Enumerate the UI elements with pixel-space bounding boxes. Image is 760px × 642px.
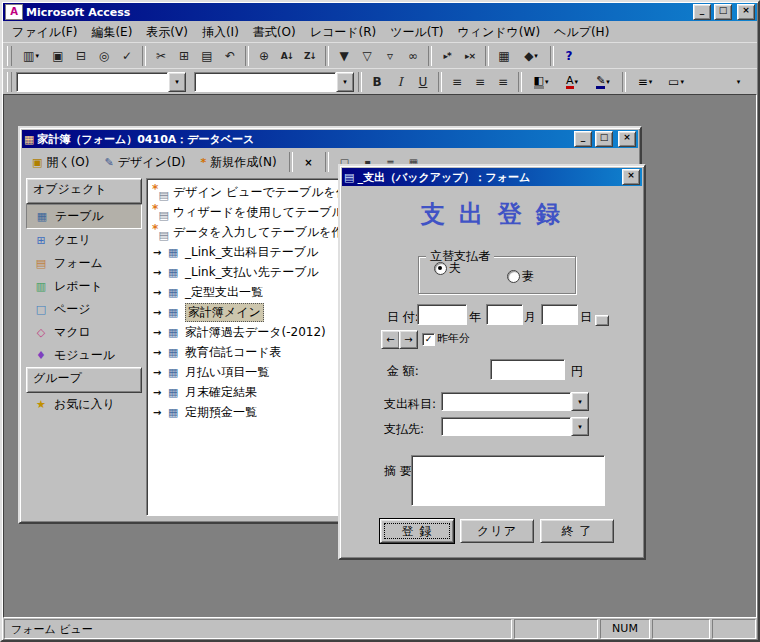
- sidebar-item-pages[interactable]: □ページ: [26, 298, 142, 321]
- access-app-icon[interactable]: A: [5, 4, 23, 20]
- line-color-icon: ✎: [596, 76, 605, 89]
- line-color-button[interactable]: ✎▾: [588, 71, 618, 93]
- menu-edit[interactable]: 編集(E): [84, 21, 139, 44]
- find-button[interactable]: ∞: [402, 45, 424, 67]
- sidebar-item-modules[interactable]: ♦モジュール: [26, 344, 142, 367]
- sort-descending-button[interactable]: Z↓: [299, 45, 321, 67]
- sidebar-item-forms[interactable]: ▤フォーム: [26, 252, 142, 275]
- bold-button[interactable]: B: [366, 71, 388, 93]
- sort-ascending-button[interactable]: A↓: [276, 45, 298, 67]
- db-close-button[interactable]: ×: [618, 131, 636, 147]
- delete-record-icon: ▸×: [465, 51, 475, 61]
- print-preview-button[interactable]: ◎: [93, 45, 115, 67]
- sidebar-item-tables[interactable]: ▦テーブル: [26, 204, 142, 229]
- insert-hyperlink-button[interactable]: ⊕: [253, 45, 275, 67]
- minimize-button[interactable]: _: [693, 4, 711, 20]
- border-width-button[interactable]: ≡▾: [630, 71, 660, 93]
- new-record-icon: ▸*: [443, 51, 450, 61]
- db-maximize-button[interactable]: □: [595, 131, 613, 147]
- delete-button[interactable]: ×: [299, 152, 319, 172]
- menu-records[interactable]: レコード(R): [303, 21, 384, 44]
- menu-view[interactable]: 表示(V): [139, 21, 195, 44]
- category-combobox[interactable]: ▾: [441, 392, 589, 411]
- sidebar-item-macros[interactable]: ◇マクロ: [26, 321, 142, 344]
- payer-husband-radio[interactable]: [434, 262, 447, 275]
- date-mini-button[interactable]: [595, 315, 609, 326]
- apply-filter-button[interactable]: ▿: [379, 45, 401, 67]
- objects-header-button[interactable]: オブジェクト: [26, 178, 142, 204]
- chevron-down-icon: ▾: [737, 78, 741, 86]
- combo-arrow-icon[interactable]: ▾: [571, 417, 589, 436]
- maximize-button[interactable]: □: [714, 4, 732, 20]
- payer-wife-radio[interactable]: [507, 270, 520, 283]
- menu-format[interactable]: 書式(O): [246, 21, 303, 44]
- day-input[interactable]: [541, 304, 578, 325]
- next-day-button[interactable]: →: [399, 330, 418, 349]
- last-year-label[interactable]: 昨年分: [437, 331, 470, 346]
- view-button[interactable]: ▥▾: [16, 45, 46, 67]
- underline-button[interactable]: U: [412, 71, 434, 93]
- save-button[interactable]: ▣: [47, 45, 69, 67]
- toolbar-grip[interactable]: [7, 72, 12, 92]
- filter-by-selection-button[interactable]: ▼: [333, 45, 355, 67]
- menu-window[interactable]: ウィンドウ(W): [450, 21, 547, 44]
- sidebar-item-favorites[interactable]: ★お気に入り: [26, 393, 142, 416]
- align-left-button[interactable]: ≡: [446, 71, 468, 93]
- new-button[interactable]: *新規作成(N): [194, 151, 282, 174]
- undo-button[interactable]: ↶: [219, 45, 241, 67]
- close-button[interactable]: ×: [737, 4, 755, 20]
- design-button[interactable]: ✎デザイン(D): [99, 151, 192, 174]
- font-combo[interactable]: ▾: [194, 72, 354, 92]
- payer-husband-label[interactable]: 夫: [449, 260, 461, 277]
- register-button[interactable]: 登 録: [380, 519, 454, 543]
- combo-arrow-icon[interactable]: ▾: [571, 392, 589, 411]
- apply-filter-icon: ▿: [387, 49, 393, 63]
- combo-arrow-icon[interactable]: ▾: [168, 72, 186, 92]
- special-effect-button[interactable]: ▭▾: [661, 71, 691, 93]
- menu-insert[interactable]: 挿入(I): [195, 21, 246, 44]
- year-input[interactable]: [417, 304, 467, 325]
- new-object-button[interactable]: ◆▾: [516, 45, 546, 67]
- memo-textarea[interactable]: [411, 455, 605, 506]
- align-center-button[interactable]: ≡: [469, 71, 491, 93]
- font-color-button[interactable]: A▾: [557, 71, 587, 93]
- fill-color-button[interactable]: ◧▾: [526, 71, 556, 93]
- spelling-button[interactable]: ✓: [116, 45, 138, 67]
- align-right-button[interactable]: ≡: [492, 71, 514, 93]
- print-button[interactable]: ⊟: [70, 45, 92, 67]
- menu-help[interactable]: ヘルプ(H): [547, 21, 616, 44]
- sidebar-item-queries[interactable]: ⊞クエリ: [26, 229, 142, 252]
- delete-record-button[interactable]: ▸×: [459, 45, 481, 67]
- prev-day-button[interactable]: ←: [381, 330, 400, 349]
- last-year-checkbox[interactable]: ✓: [422, 333, 435, 346]
- payee-combobox[interactable]: ▾: [441, 417, 589, 436]
- amount-input[interactable]: [490, 359, 565, 380]
- new-record-button[interactable]: ▸*: [436, 45, 458, 67]
- open-button[interactable]: ▣開く(O): [26, 151, 96, 174]
- linked-arrow-icon: →: [153, 307, 164, 318]
- payee-value: [441, 417, 571, 436]
- italic-button[interactable]: I: [389, 71, 411, 93]
- db-minimize-button[interactable]: _: [574, 131, 592, 147]
- toolbar-options-button[interactable]: ▾: [727, 71, 749, 93]
- toolbar-separator: [325, 46, 329, 66]
- clear-button[interactable]: クリア: [460, 519, 534, 543]
- object-select-combo[interactable]: ▾: [16, 72, 186, 92]
- menu-file[interactable]: ファイル(F): [5, 21, 84, 44]
- filter-by-form-button[interactable]: ▽: [356, 45, 378, 67]
- exit-button[interactable]: 終 了: [540, 519, 614, 543]
- payer-wife-label[interactable]: 妻: [522, 268, 534, 285]
- cut-button[interactable]: ✂: [150, 45, 172, 67]
- help-button[interactable]: ?: [558, 45, 580, 67]
- month-input[interactable]: [486, 304, 523, 325]
- sidebar-item-reports[interactable]: ▥レポート: [26, 275, 142, 298]
- form-close-button[interactable]: ×: [622, 169, 640, 185]
- copy-button[interactable]: ⊞: [173, 45, 195, 67]
- linked-arrow-icon: →: [153, 267, 164, 278]
- toolbar-grip[interactable]: [7, 46, 12, 66]
- groups-header-button[interactable]: グループ: [26, 367, 142, 393]
- combo-arrow-icon[interactable]: ▾: [336, 72, 354, 92]
- paste-button[interactable]: ▤: [196, 45, 218, 67]
- database-window-button[interactable]: ▦: [493, 45, 515, 67]
- menu-tools[interactable]: ツール(T): [383, 21, 450, 44]
